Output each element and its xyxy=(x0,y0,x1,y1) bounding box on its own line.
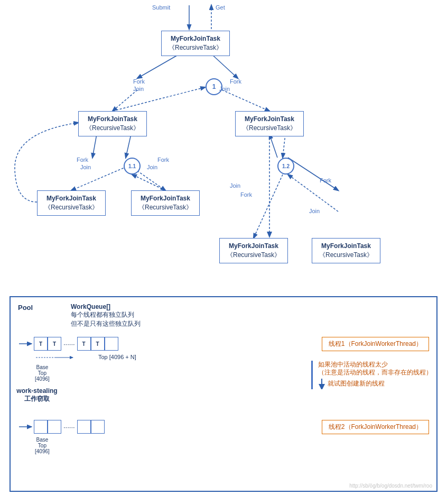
get-label: Get xyxy=(216,4,225,11)
svg-line-11 xyxy=(132,175,165,190)
thread2-base-top: Base Top [4096] xyxy=(35,437,429,455)
pool-container: Pool WorkQueue[] 每个线程都有独立队列 但不是只有这些独立队列 xyxy=(10,296,437,492)
pool-desc1: 每个线程都有独立队列 xyxy=(71,310,429,319)
join-right-top-label: Join xyxy=(219,86,230,92)
thread1-base-top: BaseTop[4096] xyxy=(35,353,77,382)
left1-task-type: 《RecursiveTask》 xyxy=(83,124,142,133)
work-stealing-area: work-stealing 工作窃取 xyxy=(16,387,58,404)
rmid2-task-type: 《RecursiveTask》 xyxy=(224,251,283,260)
circle-1-1: 1.1 xyxy=(124,158,141,175)
base-top-label2: Base Top [4096] xyxy=(35,437,50,454)
t1-cell1: T xyxy=(34,337,48,351)
join-right-mid-label: Join xyxy=(147,164,157,170)
thread2-label: 线程2（ForkJoinWorkerThread） xyxy=(322,420,429,434)
t2-cell2 xyxy=(48,420,61,434)
t1-cell3: T xyxy=(77,337,91,351)
svg-line-3 xyxy=(113,90,137,111)
left1-task-name: MyForkJoinTask xyxy=(83,115,142,124)
svg-line-9 xyxy=(126,134,131,158)
pool-desc2: 但不是只有这些独立队列 xyxy=(71,319,429,328)
t2-cell3 xyxy=(77,420,91,434)
rright2-task-type: 《RecursiveTask》 xyxy=(316,251,376,260)
base-top-labels: BaseTop[4096] xyxy=(35,364,77,382)
t1-dots: ······ xyxy=(63,340,75,348)
diagram-area: MyForkJoinTask 《RecursiveTask》 MyForkJoi… xyxy=(0,0,447,296)
t2-cell1 xyxy=(34,420,48,434)
fork-rmid-label: Fork xyxy=(240,191,252,198)
right1-task-type: 《RecursiveTask》 xyxy=(240,124,299,133)
left2-task-box: MyForkJoinTask 《RecursiveTask》 xyxy=(37,190,106,216)
circle-1-2: 1.2 xyxy=(277,158,294,175)
fork-left-mid-label: Fork xyxy=(77,157,88,163)
mid2-task-box: MyForkJoinTask 《RecursiveTask》 xyxy=(131,190,200,216)
thread1-row: T T ······ T T 线程1（ForkJoinWorkerThread） xyxy=(18,336,429,352)
t1-cell2: T xyxy=(48,337,61,351)
t2-cell4 xyxy=(91,420,105,434)
root-task-box: MyForkJoinTask 《RecursiveTask》 xyxy=(161,31,230,56)
thread2-arrow-svg xyxy=(18,419,34,435)
svg-line-16 xyxy=(288,158,338,190)
thread2-row: ······ 线程2（ForkJoinWorkerThread） xyxy=(18,419,429,435)
thread1-arrow xyxy=(18,336,34,352)
fork-left-top-label: Fork xyxy=(133,78,145,85)
fork-right-mid-label: Fork xyxy=(157,157,169,163)
submit-label: Submit xyxy=(152,4,170,11)
right1-task-name: MyForkJoinTask xyxy=(240,115,299,124)
left2-task-name: MyForkJoinTask xyxy=(42,194,101,203)
root-task-type: 《RecursiveTask》 xyxy=(166,43,225,52)
left1-task-box: MyForkJoinTask 《RecursiveTask》 xyxy=(78,111,147,136)
pool-wrapper: Pool WorkQueue[] 每个线程都有独立队列 但不是只有这些独立队列 xyxy=(0,296,447,502)
down-arrow-icon xyxy=(318,378,325,389)
mid2-task-type: 《RecursiveTask》 xyxy=(136,203,195,212)
rright2-task-box: MyForkJoinTask 《RecursiveTask》 xyxy=(312,238,380,263)
svg-line-6 xyxy=(113,87,205,111)
svg-line-15 xyxy=(254,175,283,238)
side-note3-area: 就试图创建新的线程 xyxy=(318,378,432,389)
watermark: http://sb/ög/b/og/dosdn.net/twm/roo xyxy=(349,483,432,489)
base-top-arrow xyxy=(35,353,77,362)
base-label: BaseTop[4096] xyxy=(35,364,50,382)
join-rright-label: Join xyxy=(309,208,320,214)
svg-line-4 xyxy=(211,54,238,78)
svg-line-2 xyxy=(137,54,180,78)
svg-line-8 xyxy=(71,167,127,190)
top-right-label: Top [4096 + N] xyxy=(98,354,136,360)
t1-cell4: T xyxy=(91,337,105,351)
svg-line-14 xyxy=(283,134,285,158)
thread1-label: 线程1（ForkJoinWorkerThread） xyxy=(322,337,429,351)
side-note2: （注意是活动的线程，而非存在的线程） xyxy=(318,369,432,377)
svg-line-18 xyxy=(269,134,277,158)
workqueue-label: WorkQueue[] xyxy=(71,303,429,310)
rright2-task-name: MyForkJoinTask xyxy=(316,242,376,251)
fork-rright-label: Fork xyxy=(320,177,331,184)
thread1-arrow-svg xyxy=(18,336,34,352)
side-note-area: 如果池中活动的线程太少 （注意是活动的线程，而非存在的线程） 就试图创建新的线程 xyxy=(311,361,432,389)
rmid2-task-box: MyForkJoinTask 《RecursiveTask》 xyxy=(219,238,288,263)
t2-dots: ······ xyxy=(63,423,75,431)
svg-marker-13 xyxy=(267,232,272,238)
fork-right-top-label: Fork xyxy=(230,78,241,85)
right1-task-box: MyForkJoinTask 《RecursiveTask》 xyxy=(235,111,304,136)
mid2-task-name: MyForkJoinTask xyxy=(136,194,195,203)
left2-task-type: 《RecursiveTask》 xyxy=(42,203,101,212)
root-task-name: MyForkJoinTask xyxy=(166,34,225,43)
join-left-mid-label: Join xyxy=(80,164,91,170)
svg-line-7 xyxy=(92,134,97,158)
join-left-top-label: Join xyxy=(133,86,144,92)
thread2-arrow xyxy=(18,419,34,435)
work-stealing-label: work-stealing 工作窃取 xyxy=(16,387,58,404)
rmid2-task-name: MyForkJoinTask xyxy=(224,242,283,251)
thread1-queue: T T ······ T T xyxy=(34,337,118,351)
thread2-queue: ······ xyxy=(34,420,105,434)
join-rmid-label: Join xyxy=(230,182,240,189)
svg-line-5 xyxy=(222,90,269,111)
side-note3: 就试图创建新的线程 xyxy=(328,380,385,388)
side-note1: 如果池中活动的线程太少 xyxy=(318,361,432,369)
workqueue-area: WorkQueue[] 每个线程都有独立队列 但不是只有这些独立队列 xyxy=(71,303,429,328)
t1-cell5 xyxy=(105,337,118,351)
